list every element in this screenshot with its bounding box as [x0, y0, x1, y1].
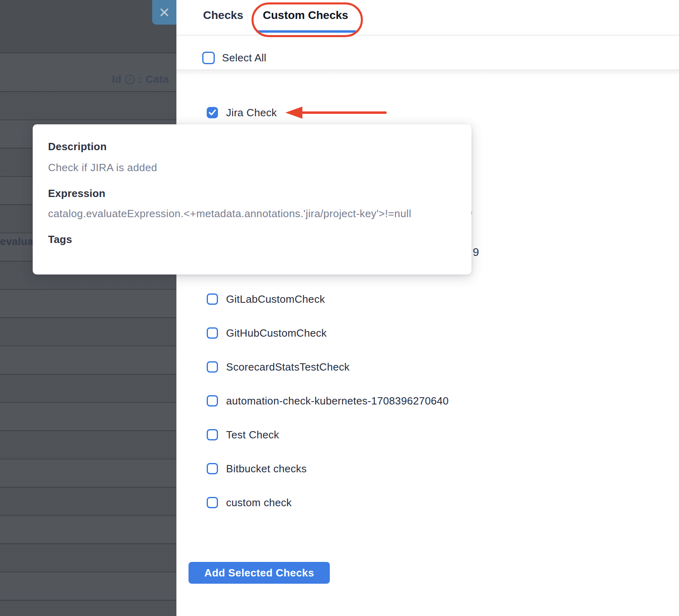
- check-row: ScorecardStatsTestCheck: [207, 360, 350, 373]
- tab-checks[interactable]: Checks: [203, 9, 243, 22]
- expression-text: catalog.evaluateExpression.<+metadata.an…: [48, 207, 411, 220]
- check-label[interactable]: Test Check: [226, 429, 279, 441]
- checkmark-icon: [209, 109, 216, 116]
- description-text: Check if JIRA is added: [48, 161, 157, 174]
- check-checkbox[interactable]: [207, 395, 218, 406]
- active-tab-underline: [256, 30, 356, 33]
- check-details-tooltip: Description Check if JIRA is added Expre…: [33, 124, 472, 274]
- check-checkbox[interactable]: [207, 463, 218, 474]
- hidden-item-fragment: 9: [473, 246, 479, 259]
- overlay-backdrop[interactable]: Id i : Cata evaluat: [0, 0, 176, 616]
- checks-drawer: Checks Custom Checks Select All Jira Che…: [176, 0, 679, 616]
- add-selected-checks-button[interactable]: Add Selected Checks: [189, 562, 330, 584]
- check-row: GitLabCustomCheck: [207, 293, 325, 306]
- check-label[interactable]: ScorecardStatsTestCheck: [226, 361, 350, 373]
- background-table-toolbar: [0, 0, 176, 53]
- check-row: Test Check: [207, 428, 279, 441]
- table-header-colon: :: [138, 73, 142, 86]
- check-row: custom check: [207, 496, 292, 509]
- tab-bar: Checks Custom Checks: [176, 0, 679, 36]
- expression-heading: Expression: [48, 187, 105, 200]
- table-header-id-label: Id: [112, 73, 122, 86]
- check-row: automation-check-kubernetes-170839627064…: [207, 394, 448, 407]
- check-label[interactable]: automation-check-kubernetes-170839627064…: [226, 395, 448, 407]
- check-checkbox[interactable]: [207, 361, 218, 373]
- select-all-checkbox[interactable]: [202, 52, 215, 64]
- check-row: GitHubCustomCheck: [207, 327, 327, 339]
- check-row: Bitbucket checks: [207, 462, 307, 475]
- check-label[interactable]: GitHubCustomCheck: [226, 327, 327, 339]
- check-row-jira: Jira Check: [207, 106, 277, 119]
- red-arrow-icon: [285, 105, 388, 120]
- select-all-row: Select All: [202, 51, 266, 65]
- tags-heading: Tags: [48, 233, 72, 246]
- close-button[interactable]: ✕: [152, 0, 176, 25]
- description-heading: Description: [48, 140, 107, 153]
- tab-custom-checks[interactable]: Custom Checks: [263, 9, 348, 22]
- jira-check-checkbox[interactable]: [207, 107, 218, 118]
- check-checkbox[interactable]: [207, 497, 218, 508]
- scroll-shadow: [176, 70, 679, 76]
- check-label[interactable]: Bitbucket checks: [226, 463, 307, 475]
- table-header-value-fragment: Cata: [146, 73, 169, 86]
- check-checkbox[interactable]: [207, 327, 218, 339]
- check-label[interactable]: GitLabCustomCheck: [226, 293, 325, 306]
- select-all-label[interactable]: Select All: [222, 52, 266, 64]
- close-icon: ✕: [159, 6, 170, 19]
- check-label[interactable]: custom check: [226, 497, 292, 509]
- info-icon: i: [125, 75, 135, 84]
- check-checkbox[interactable]: [207, 293, 218, 305]
- tooltip-caret: [244, 115, 263, 125]
- check-checkbox[interactable]: [207, 429, 218, 440]
- row-text-fragment: evaluat: [0, 235, 37, 248]
- table-header-fragment: Id i : Cata: [112, 73, 169, 86]
